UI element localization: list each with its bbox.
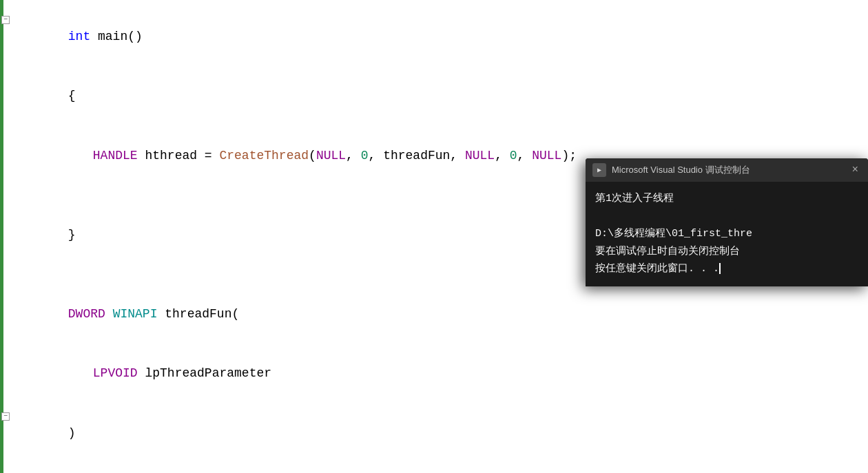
token: threadFun( xyxy=(157,307,239,321)
terminal-output-line xyxy=(595,208,858,226)
token: , xyxy=(495,149,510,162)
code-line: LPVOID lpThreadParameter xyxy=(0,344,868,403)
terminal-icon: ▶ xyxy=(592,163,606,177)
code-editor: − int main() { HANDLE hthread = CreateTh… xyxy=(0,0,868,473)
token: NULL xyxy=(465,149,495,162)
token: ) xyxy=(68,426,76,440)
token: , threadFun, xyxy=(369,149,465,162)
token: ( xyxy=(309,149,316,162)
terminal-window: ▶ Microsoft Visual Studio 调试控制台 × 第1次进入子… xyxy=(586,158,868,286)
token: hthread = xyxy=(138,149,220,162)
token: WINAPI xyxy=(113,307,158,321)
token: NULL xyxy=(316,149,346,162)
token: } xyxy=(68,228,76,242)
code-line: − int main() xyxy=(0,7,868,66)
token: main() xyxy=(90,30,143,43)
token: 0 xyxy=(361,149,369,162)
token: LPVOID xyxy=(93,366,138,380)
token: , xyxy=(346,149,361,162)
code-line: { xyxy=(0,66,868,125)
collapse-btn[interactable]: − xyxy=(1,412,10,421)
token: { xyxy=(68,89,76,103)
collapse-btn[interactable]: − xyxy=(1,16,10,24)
token: CreateThread xyxy=(219,149,309,162)
terminal-cursor xyxy=(719,263,721,274)
token: 0 xyxy=(510,149,517,162)
token: lpThreadParameter xyxy=(138,366,271,380)
terminal-body: 第1次进入子线程 D:\多线程编程\01_first_thre 要在调试停止时自… xyxy=(586,182,868,286)
terminal-output-line: 按任意键关闭此窗口. . . xyxy=(595,260,858,278)
terminal-title: Microsoft Visual Studio 调试控制台 xyxy=(612,164,750,176)
token: ); xyxy=(561,149,577,162)
terminal-path-line: D:\多线程编程\01_first_thre xyxy=(595,225,858,243)
terminal-output-line: 要在调试停止时自动关闭控制台 xyxy=(595,243,858,261)
code-line: { xyxy=(0,463,868,473)
token: NULL xyxy=(532,149,561,162)
terminal-titlebar: ▶ Microsoft Visual Studio 调试控制台 × xyxy=(586,158,868,182)
code-line: DWORD WINAPI threadFun( xyxy=(0,284,868,344)
token xyxy=(105,307,113,321)
code-line: − ) xyxy=(0,403,868,463)
close-icon[interactable]: × xyxy=(849,162,861,178)
green-indicator xyxy=(0,0,3,473)
token: , xyxy=(517,149,533,162)
token: HANDLE xyxy=(93,149,138,162)
terminal-output-line: 第1次进入子线程 xyxy=(595,190,858,208)
token: int xyxy=(68,30,90,43)
token: DWORD xyxy=(68,307,105,321)
